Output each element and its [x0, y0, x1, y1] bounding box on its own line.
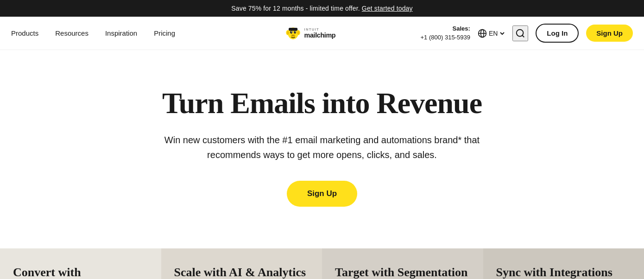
hero-title: Turn Emails into Revenue [9, 87, 635, 120]
svg-point-7 [291, 31, 292, 32]
svg-point-10 [292, 35, 293, 36]
language-selector[interactable]: EN [478, 29, 505, 38]
sales-info: Sales: +1 (800) 315-5939 [421, 25, 470, 41]
feature-card-analytics[interactable]: Scale with AI & Analytics [161, 248, 322, 279]
svg-point-11 [293, 35, 294, 36]
nav-right: Sales: +1 (800) 315-5939 EN Log In Sign … [421, 24, 633, 43]
nav-item-inspiration[interactable]: Inspiration [105, 29, 137, 37]
banner-cta-link[interactable]: Get started today [362, 5, 413, 12]
svg-point-18 [517, 29, 524, 36]
svg-text:mailchimp: mailchimp [304, 31, 336, 38]
feature-card-segmentation[interactable]: Target with Segmentation [322, 248, 483, 279]
nav-item-pricing[interactable]: Pricing [154, 29, 175, 37]
sales-phone[interactable]: +1 (800) 315-5939 [421, 33, 470, 42]
hero-section: Turn Emails into Revenue Win new custome… [0, 50, 644, 248]
chevron-down-icon [499, 31, 505, 36]
svg-point-4 [297, 31, 299, 34]
promo-banner: Save 75% for 12 months - limited time of… [0, 0, 644, 17]
svg-point-3 [287, 31, 289, 34]
nav-item-products[interactable]: Products [11, 29, 38, 37]
login-button[interactable]: Log In [536, 24, 579, 43]
navbar: Products Resources Inspiration Pricing [0, 17, 644, 50]
svg-point-8 [295, 31, 296, 32]
nav-signup-button[interactable]: Sign Up [586, 25, 633, 42]
nav-left: Products Resources Inspiration Pricing [11, 29, 175, 37]
svg-rect-12 [289, 28, 297, 31]
svg-point-9 [291, 33, 296, 37]
svg-text:INTUIT: INTUIT [304, 27, 320, 31]
feature-title-analytics: Scale with AI & Analytics [174, 265, 309, 279]
feature-card-integrations[interactable]: Sync with Integrations [483, 248, 644, 279]
sales-label: Sales: [421, 25, 470, 33]
banner-text: Save 75% for 12 months - limited time of… [231, 5, 360, 12]
globe-icon [478, 29, 487, 38]
hero-subtitle: Win new customers with the #1 email mark… [160, 133, 484, 162]
nav-item-resources[interactable]: Resources [55, 29, 88, 37]
hero-signup-button[interactable]: Sign Up [287, 181, 357, 207]
lang-label: EN [489, 30, 498, 37]
search-icon [515, 28, 525, 38]
feature-title-integrations: Sync with Integrations [496, 265, 631, 279]
search-button[interactable] [512, 25, 528, 41]
feature-title-automations: Convert with Automations [13, 265, 148, 279]
feature-title-segmentation: Target with Segmentation [335, 265, 470, 279]
feature-cards: Convert with Automations Scale with AI &… [0, 248, 644, 279]
nav-center: INTUIT mailchimp [285, 24, 359, 43]
feature-card-automations[interactable]: Convert with Automations [0, 248, 161, 279]
logo[interactable]: INTUIT mailchimp [285, 24, 359, 43]
